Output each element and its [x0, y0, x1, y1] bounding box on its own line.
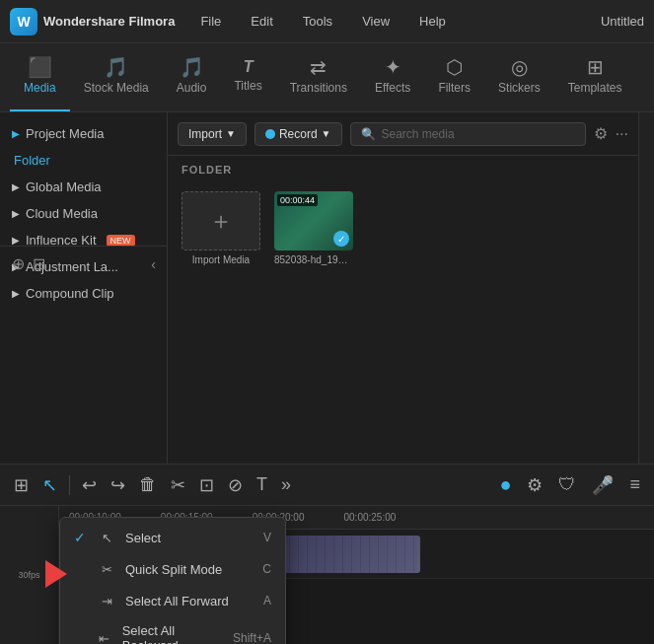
select-shortcut: V: [263, 531, 271, 544]
sidebar-item-folder[interactable]: Folder: [0, 147, 167, 174]
mic-icon[interactable]: 🎤: [588, 470, 618, 500]
clip-texture-2: [272, 536, 420, 573]
import-button[interactable]: Import ▼: [178, 122, 247, 146]
dropdown-select[interactable]: ✓ ↖ Select V: [60, 522, 285, 553]
delete-icon[interactable]: 🗑: [135, 470, 161, 499]
backward-select-icon: ⇤: [97, 629, 112, 644]
green-circle-icon[interactable]: ●: [495, 469, 515, 500]
tab-effects[interactable]: ✦ Effects: [361, 42, 424, 111]
chevron-right-icon-4: ▶: [12, 235, 20, 246]
record-button[interactable]: Record ▼: [254, 122, 342, 146]
templates-icon: ⊞: [587, 57, 604, 77]
tab-stock-label: Stock Media: [84, 81, 149, 95]
tab-audio[interactable]: 🎵 Audio: [163, 42, 221, 111]
tab-titles[interactable]: T Titles: [220, 42, 275, 111]
collapse-icon[interactable]: ‹: [151, 256, 156, 272]
select-backward-shortcut: Shift+A: [233, 631, 271, 644]
import-placeholder[interactable]: ＋: [182, 191, 260, 250]
scissors-split-icon: ✂: [98, 560, 115, 578]
list-icon[interactable]: ≡: [625, 470, 644, 499]
empty-check-3: ✓: [74, 630, 87, 644]
video-thumbnail: 00:00:44 ✓: [274, 191, 353, 250]
chevron-right-icon-2: ▶: [12, 181, 20, 192]
timeline-toolbar: ⊞ ↖ ↩ ↪ 🗑 ✂ ⊡ ⊘ T » ● ⚙ 🛡 🎤 ≡: [0, 465, 654, 506]
menu-bar: File Edit Tools View Help: [194, 10, 601, 33]
audio-icon: 🎵: [180, 57, 204, 77]
new-badge: NEW: [107, 235, 135, 247]
empty-check: ✓: [74, 561, 88, 577]
record-dot-icon: [265, 129, 275, 139]
import-media-item[interactable]: ＋ Import Media: [182, 191, 260, 265]
import-media-label: Import Media: [192, 254, 250, 265]
check-icon: ✓: [74, 530, 88, 545]
menu-edit[interactable]: Edit: [245, 10, 278, 33]
sidebar-item-compound-clip[interactable]: ▶ Compound Clip: [0, 280, 167, 307]
titles-icon: T: [244, 59, 254, 75]
menu-tools[interactable]: Tools: [297, 10, 338, 33]
tab-templates-label: Templates: [568, 81, 622, 95]
record-label: Record: [279, 127, 318, 141]
search-icon: 🔍: [361, 127, 376, 141]
content-panel: Import ▼ Record ▼ 🔍 Search media ⚙ ··· F…: [168, 112, 638, 464]
dropdown-quick-split[interactable]: ✓ ✂ Quick Split Mode C: [60, 553, 285, 585]
search-box[interactable]: 🔍 Search media: [350, 122, 586, 146]
settings-circle-icon[interactable]: ⚙: [523, 470, 546, 500]
sidebar-item-global-media[interactable]: ▶ Global Media: [0, 174, 167, 200]
title-bar: W Wondershare Filmora File Edit Tools Vi…: [0, 0, 654, 43]
more-options-icon[interactable]: ···: [616, 125, 628, 143]
tab-transitions[interactable]: ⇄ Transitions: [276, 42, 361, 111]
tab-filters-label: Filters: [438, 81, 471, 95]
plus-icon: ＋: [209, 205, 233, 237]
sidebar-item-cloud-media[interactable]: ▶ Cloud Media: [0, 200, 167, 227]
cursor-icon[interactable]: ↖: [38, 470, 61, 500]
menu-file[interactable]: File: [194, 10, 227, 33]
logo-icon: W: [10, 8, 37, 36]
undo-icon[interactable]: ↩: [78, 470, 101, 500]
import-chevron-icon: ▼: [226, 128, 236, 139]
dropdown-select-backward[interactable]: ✓ ⇤ Select All Backward Shift+A: [60, 616, 285, 644]
text-icon[interactable]: T: [253, 470, 271, 499]
media-grid: ＋ Import Media 00:00:44 ✓ 852038-hd_1920…: [168, 183, 638, 273]
media-icon: ⬛: [28, 57, 52, 77]
logo: W Wondershare Filmora: [10, 8, 175, 36]
cursor-select-icon: ↖: [98, 529, 115, 546]
dropdown-menu: ✓ ↖ Select V ✓ ✂ Quick Split Mode C ✓ ⇥ …: [59, 517, 286, 644]
video-filename: 852038-hd_1920....: [274, 254, 353, 265]
search-placeholder: Search media: [382, 127, 455, 141]
select-backward-label: Select All Backward: [122, 623, 223, 644]
video-duration: 00:00:44: [277, 194, 318, 206]
filter-icon[interactable]: ⚙: [594, 124, 608, 143]
chevron-right-icon: ▶: [12, 128, 20, 139]
video-media-item[interactable]: 00:00:44 ✓ 852038-hd_1920....: [274, 191, 353, 265]
toolbar: ⬛ Media 🎵 Stock Media 🎵 Audio T Titles ⇄…: [0, 43, 654, 112]
redo-icon[interactable]: ↪: [107, 470, 129, 500]
add-folder-icon[interactable]: ⊕: [12, 254, 25, 273]
window-title: Untitled: [601, 14, 644, 29]
select-label: Select: [125, 531, 161, 545]
split-icon[interactable]: ⊘: [224, 470, 247, 500]
grid-icon[interactable]: ⊞: [10, 470, 33, 500]
sidebar-item-project-media[interactable]: ▶ Project Media: [0, 120, 167, 147]
content-toolbar: Import ▼ Record ▼ 🔍 Search media ⚙ ···: [168, 112, 638, 156]
tab-media[interactable]: ⬛ Media: [10, 42, 70, 111]
stock-media-icon: 🎵: [104, 57, 128, 77]
crop-icon[interactable]: ⊡: [195, 470, 218, 500]
tab-stock-media[interactable]: 🎵 Stock Media: [70, 42, 163, 111]
remove-folder-icon[interactable]: ⊟: [33, 254, 45, 273]
tab-filters[interactable]: ⬡ Filters: [424, 42, 484, 111]
menu-view[interactable]: View: [356, 10, 396, 33]
dropdown-select-forward[interactable]: ✓ ⇥ Select All Forward A: [60, 585, 285, 616]
menu-help[interactable]: Help: [413, 10, 452, 33]
more-timeline-icon[interactable]: »: [277, 470, 295, 499]
tab-stickers[interactable]: ◎ Stickers: [484, 42, 554, 111]
video-clip-2[interactable]: [272, 536, 420, 573]
select-forward-label: Select All Forward: [125, 594, 229, 608]
main-area: ▶ Project Media Folder ▶ Global Media ▶ …: [0, 112, 654, 464]
tab-audio-label: Audio: [177, 81, 207, 95]
quick-split-label: Quick Split Mode: [125, 562, 222, 577]
scissors-icon[interactable]: ✂: [167, 470, 189, 500]
effects-icon: ✦: [385, 57, 401, 77]
logo-text: Wondershare Filmora: [43, 14, 175, 29]
tab-templates[interactable]: ⊞ Templates: [554, 42, 636, 111]
shield-icon[interactable]: 🛡: [554, 470, 580, 499]
